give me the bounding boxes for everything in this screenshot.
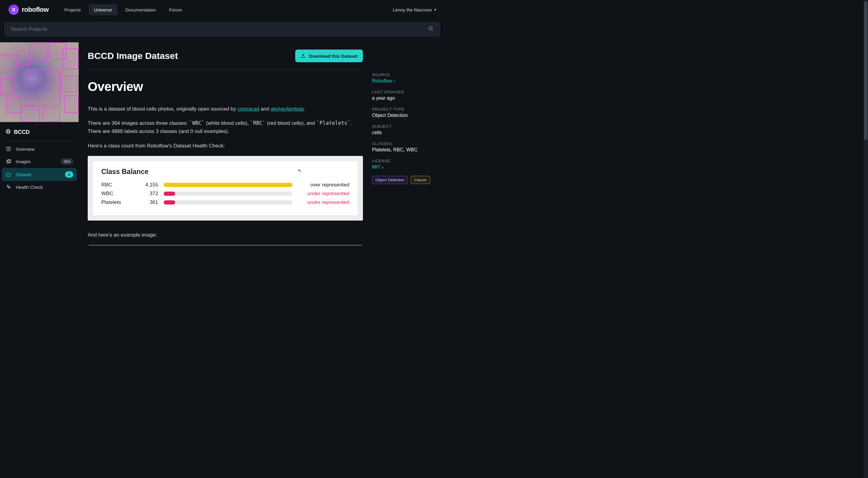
search-row (0, 19, 444, 42)
code-wbc: `WBC` (189, 120, 205, 126)
class-balance-label: WBC (101, 191, 125, 197)
svg-rect-8 (7, 160, 10, 163)
meta-updated-label: LAST UPDATED (372, 90, 435, 94)
sidebar-item-dataset[interactable]: Dataset 4 (2, 168, 77, 181)
meta-classes-value: Platelets, RBC, WBC (372, 147, 435, 152)
svg-rect-9 (7, 160, 11, 162)
health-intro: Here's a class count from Roboflow's Dat… (88, 142, 363, 150)
class-balance-title: Class Balance (101, 168, 349, 176)
code-rbc: `RBC` (250, 120, 266, 126)
header-divider (88, 69, 363, 70)
sidebar-item-overview[interactable]: Overview (2, 143, 77, 155)
meta-tags: Object Detection Classic (372, 176, 435, 184)
user-name: Lenny the Raccoon (393, 7, 432, 12)
class-balance-row: WBC372under represented (101, 191, 349, 197)
nav-projects[interactable]: Projects (59, 4, 86, 15)
cursor-icon: ↖ (298, 168, 302, 173)
topbar: roboflow Projects Universe Documentation… (0, 0, 444, 19)
double-chevron-icon: » (382, 165, 384, 170)
meta-license-label: LICENSE (372, 159, 435, 163)
intro-paragraph: This is a dataset of blood cells photos,… (88, 105, 363, 113)
nav-forum[interactable]: Forum (164, 4, 187, 15)
brand-mark-icon (8, 4, 19, 15)
svg-point-11 (9, 187, 10, 188)
class-balance-label: RBC (101, 182, 125, 188)
search-box[interactable] (4, 22, 440, 37)
meta-subject-value: cells (372, 130, 435, 135)
sidebar-nav: Overview Images 364 Dataset 4 H (0, 141, 79, 195)
class-balance-card: Class Balance RBC4,155over representedWB… (88, 156, 363, 220)
page-title: BCCD Image Dataset (88, 51, 178, 61)
page-header: BCCD Image Dataset Download this Dataset (88, 49, 363, 62)
class-balance-bar (164, 192, 292, 196)
dataset-icon (5, 172, 11, 177)
class-balance-value: 372 (131, 191, 158, 197)
download-icon (301, 53, 306, 59)
sidebar-item-label: Images (16, 159, 31, 164)
meta-source-label: SOURCE (372, 72, 435, 77)
globe-icon (5, 129, 11, 135)
sidebar-title-text: BCCD (14, 129, 30, 135)
sidebar-item-label: Dataset (16, 172, 31, 177)
class-balance-row: Platelets361under represented (101, 199, 349, 205)
class-balance-bar (164, 183, 292, 187)
meta-type-value: Object Detection (372, 113, 435, 118)
link-akshaylambda[interactable]: akshaylambda (271, 106, 304, 112)
download-label: Download this Dataset (309, 54, 358, 59)
class-balance-inner: Class Balance RBC4,155over representedWB… (93, 161, 358, 216)
search-icon[interactable] (428, 26, 434, 33)
images-icon (5, 159, 11, 164)
class-balance-value: 361 (131, 199, 158, 205)
sidebar-badge-dataset: 4 (65, 171, 73, 178)
svg-point-0 (429, 27, 432, 30)
tag-classic[interactable]: Classic (411, 176, 430, 184)
sidebar-title: BCCD (0, 122, 79, 141)
search-input[interactable] (11, 26, 428, 32)
class-balance-status: under represented (298, 191, 349, 197)
sidebar-item-label: Health Check (16, 184, 43, 190)
class-balance-status: under represented (298, 199, 349, 205)
classes-paragraph: There are 364 images across three classe… (88, 119, 363, 135)
class-balance-row: RBC4,155over represented (101, 182, 349, 188)
overview-icon (5, 146, 11, 152)
meta-subject-label: SUBJECT (372, 124, 435, 129)
article: BCCD Image Dataset Download this Dataset… (88, 49, 363, 238)
dataset-thumbnail[interactable] (0, 42, 79, 122)
class-balance-bar (164, 200, 292, 205)
main: BCCD Image Dataset Download this Dataset… (79, 42, 444, 245)
top-nav: Projects Universe Documentation Forum (59, 4, 188, 15)
nav-documentation[interactable]: Documentation (120, 4, 161, 15)
link-cosmicad[interactable]: cosmicad (238, 106, 259, 112)
svg-line-1 (432, 29, 433, 31)
sidebar-badge-images: 364 (61, 158, 73, 165)
svg-rect-5 (7, 147, 10, 151)
sidebar-item-label: Overview (16, 146, 35, 152)
tag-object-detection[interactable]: Object Detection (372, 176, 408, 184)
meta-panel: SOURCE Roboflow» LAST UPDATED a year ago… (372, 49, 435, 238)
chevron-down-icon: ▾ (434, 7, 436, 12)
class-balance-value: 4,155 (131, 182, 158, 188)
class-balance-status: over represented (298, 182, 349, 188)
download-button[interactable]: Download this Dataset (295, 49, 363, 62)
code-platelets: `Platelets` (316, 120, 350, 126)
svg-point-10 (7, 185, 9, 187)
class-balance-label: Platelets (101, 199, 125, 205)
user-menu[interactable]: Lenny the Raccoon ▾ (393, 7, 436, 12)
double-chevron-icon: » (394, 79, 396, 83)
sidebar-item-images[interactable]: Images 364 (2, 155, 77, 168)
content: BCCD Overview Images 364 Datase (0, 42, 444, 245)
meta-classes-label: CLASSES (372, 141, 435, 146)
nav-universe[interactable]: Universe (89, 4, 117, 15)
meta-type-label: PROJECT TYPE (372, 107, 435, 111)
meta-license-link[interactable]: MIT» (372, 164, 435, 170)
example-image-card (88, 245, 363, 245)
meta-updated-value: a year ago (372, 96, 435, 101)
sidebar-item-health-check[interactable]: Health Check (2, 181, 77, 193)
sidebar: BCCD Overview Images 364 Datase (0, 42, 79, 245)
example-intro: And here's an example image: (88, 231, 363, 239)
meta-source-link[interactable]: Roboflow» (372, 78, 435, 84)
health-check-icon (5, 184, 11, 190)
brand-name: roboflow (22, 6, 49, 13)
section-heading: Overview (88, 79, 363, 94)
brand-logo[interactable]: roboflow (8, 4, 49, 15)
